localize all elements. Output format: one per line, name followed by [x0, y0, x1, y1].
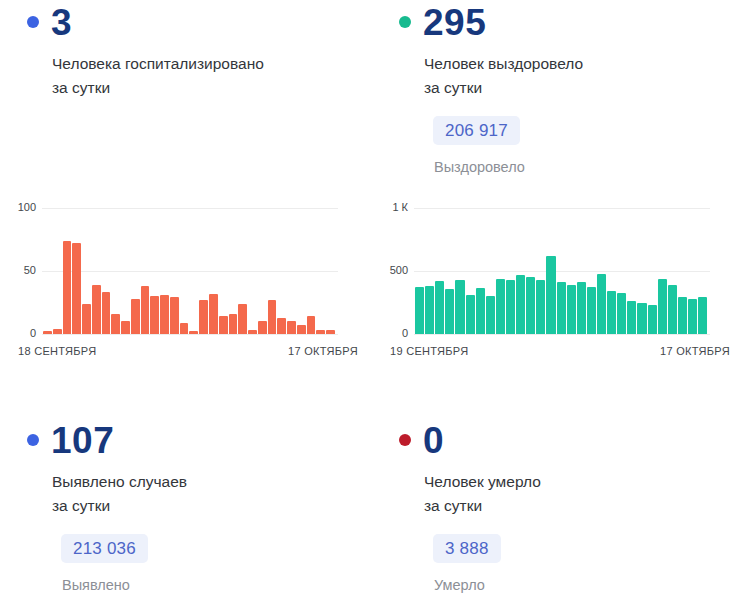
chart-bar[interactable]	[102, 292, 111, 334]
y-axis-tick: 100	[0, 201, 36, 214]
detected-total-label: Выявлено	[62, 576, 130, 594]
chart-bar[interactable]	[587, 287, 596, 334]
chart-bar[interactable]	[648, 305, 657, 334]
chart-bar[interactable]	[170, 297, 179, 334]
x-axis-start-label: 19 СЕНТЯБРЯ	[390, 344, 469, 358]
description-line: за сутки	[52, 76, 264, 100]
y-axis-tick: 1 К	[372, 201, 408, 214]
died-total-label: Умерло	[434, 576, 485, 594]
covid-stats-dashboard: { "panels": [ { "id": "hospitalized", "d…	[0, 0, 751, 596]
recovered-value: 295	[423, 3, 486, 43]
hospitalized-bar-chart: 100 50 0 18 СЕНТЯБРЯ 17 ОКТЯБРЯ	[0, 196, 372, 360]
x-axis-start-label: 18 СЕНТЯБРЯ	[18, 344, 97, 358]
detected-dot-icon	[27, 434, 39, 446]
chart-bar[interactable]	[425, 286, 434, 335]
chart-bar[interactable]	[516, 275, 525, 334]
chart-bar[interactable]	[160, 295, 169, 334]
description-line: за сутки	[424, 494, 541, 518]
chart-bar[interactable]	[567, 285, 576, 334]
chart-bar[interactable]	[698, 297, 707, 334]
y-axis-tick: 0	[0, 327, 36, 340]
recovered-dot-icon	[399, 16, 411, 28]
died-description: Человек умерло за сутки	[424, 470, 541, 517]
y-axis-tick: 0	[372, 327, 408, 340]
chart-bar[interactable]	[476, 288, 485, 334]
chart-bar[interactable]	[307, 316, 316, 334]
chart-bar[interactable]	[82, 304, 91, 334]
recovered-total-label: Выздоровело	[434, 158, 525, 176]
chart-bar[interactable]	[445, 289, 454, 334]
detected-description: Выявлено случаев за сутки	[52, 470, 187, 517]
description-line: Человека госпитализировано	[52, 52, 264, 76]
hospitalized-value: 3	[51, 3, 72, 43]
chart-bar[interactable]	[658, 279, 667, 334]
chart-bar[interactable]	[63, 241, 72, 334]
chart-bar[interactable]	[466, 295, 475, 334]
chart-bar[interactable]	[415, 287, 424, 334]
chart-bar[interactable]	[92, 285, 101, 334]
chart-bar[interactable]	[297, 325, 306, 334]
chart-bar[interactable]	[455, 280, 464, 334]
chart-bar[interactable]	[287, 321, 296, 334]
chart-bar[interactable]	[111, 314, 120, 334]
x-axis-end-label: 17 ОКТЯБРЯ	[288, 344, 358, 358]
description-line: за сутки	[424, 76, 583, 100]
hospitalized-dot-icon	[27, 16, 39, 28]
chart-bar[interactable]	[43, 331, 52, 334]
y-axis-tick: 500	[372, 264, 408, 277]
chart-bar[interactable]	[326, 330, 335, 334]
chart-bar[interactable]	[121, 321, 130, 334]
chart-bar[interactable]	[688, 299, 697, 334]
chart-bar[interactable]	[229, 314, 238, 334]
chart-bar[interactable]	[577, 282, 586, 334]
chart-bar[interactable]	[180, 323, 189, 334]
chart-bar[interactable]	[150, 296, 159, 334]
recovered-bar-chart: 1 К 500 0 19 СЕНТЯБРЯ 17 ОКТЯБРЯ	[372, 196, 744, 360]
chart-bar[interactable]	[199, 300, 208, 334]
y-axis-tick: 50	[0, 264, 36, 277]
chart-bar[interactable]	[219, 316, 228, 334]
detected-total-badge: 213 036	[61, 534, 148, 563]
chart-bar[interactable]	[637, 303, 646, 335]
gridline	[42, 334, 338, 335]
chart-bar[interactable]	[316, 330, 325, 334]
bars-area	[415, 208, 707, 334]
chart-bar[interactable]	[536, 280, 545, 334]
chart-bar[interactable]	[72, 243, 81, 334]
chart-bar[interactable]	[546, 256, 555, 334]
chart-bar[interactable]	[678, 297, 687, 334]
chart-bar[interactable]	[506, 280, 515, 334]
chart-bar[interactable]	[268, 300, 277, 334]
chart-bar[interactable]	[258, 321, 267, 334]
hospitalized-description: Человека госпитализировано за сутки	[52, 52, 264, 99]
panel-recovered: 295 Человек выздоровело за сутки 206 917…	[372, 0, 751, 418]
description-line: Человек умерло	[424, 470, 541, 494]
panel-hospitalized: 3 Человека госпитализировано за сутки 10…	[0, 0, 372, 418]
recovered-total-badge: 206 917	[433, 116, 520, 145]
chart-bar[interactable]	[189, 331, 198, 334]
chart-bar[interactable]	[435, 281, 444, 334]
died-value: 0	[423, 421, 444, 461]
chart-bar[interactable]	[617, 293, 626, 334]
chart-bar[interactable]	[141, 286, 150, 334]
chart-bar[interactable]	[627, 301, 636, 334]
chart-bar[interactable]	[486, 296, 495, 334]
chart-bar[interactable]	[607, 291, 616, 334]
x-axis-end-label: 17 ОКТЯБРЯ	[660, 344, 730, 358]
chart-bar[interactable]	[53, 329, 62, 334]
bars-area	[43, 208, 335, 334]
chart-bar[interactable]	[526, 277, 535, 334]
chart-bar[interactable]	[668, 285, 677, 334]
recovered-description: Человек выздоровело за сутки	[424, 52, 583, 99]
chart-bar[interactable]	[209, 294, 218, 334]
chart-bar[interactable]	[238, 304, 247, 334]
gridline	[414, 334, 710, 335]
chart-bar[interactable]	[277, 318, 286, 334]
died-dot-icon	[399, 434, 411, 446]
panel-died: 0 Человек умерло за сутки 3 888 Умерло	[372, 418, 751, 596]
chart-bar[interactable]	[496, 279, 505, 334]
chart-bar[interactable]	[248, 330, 257, 334]
chart-bar[interactable]	[597, 274, 606, 334]
chart-bar[interactable]	[557, 282, 566, 334]
chart-bar[interactable]	[131, 299, 140, 334]
